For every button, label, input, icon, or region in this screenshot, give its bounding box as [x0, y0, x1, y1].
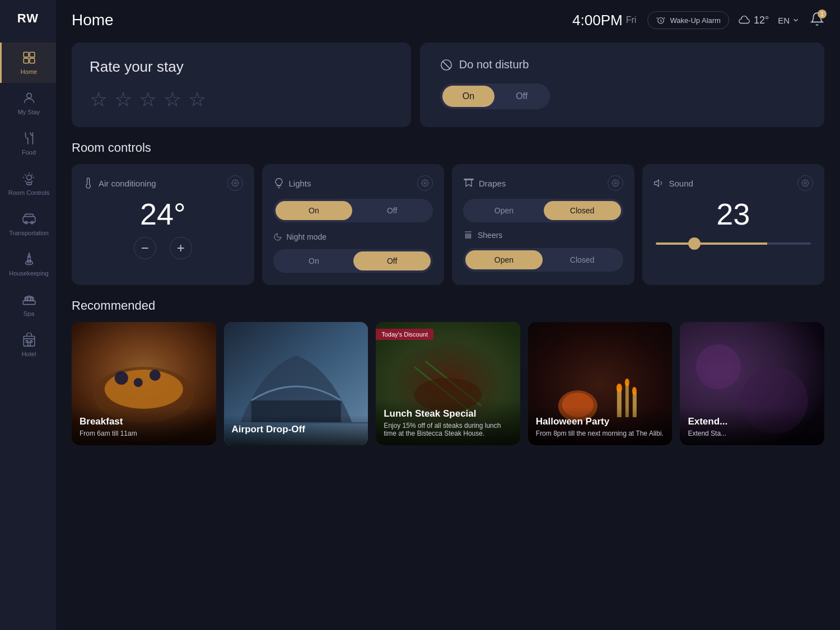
halloween-title: Halloween Party [536, 416, 665, 427]
extend-title: Extend... [688, 416, 816, 427]
airport-overlay: Airport Drop-Off [224, 415, 368, 445]
svg-rect-3 [30, 58, 35, 63]
lights-on-button[interactable]: On [276, 201, 353, 220]
sound-value: 23 [654, 199, 814, 229]
rec-card-airport[interactable]: Airport Drop-Off [224, 322, 368, 445]
svg-rect-23 [464, 179, 474, 180]
sidebar-item-hotel[interactable]: Hotel [0, 325, 56, 365]
svg-point-31 [150, 370, 161, 381]
lights-settings-button[interactable] [417, 175, 433, 191]
sidebar-item-spa-label: Spa [24, 310, 35, 317]
svg-rect-16 [26, 340, 27, 342]
star-1[interactable]: ☆ [90, 88, 108, 111]
lights-label: Lights [289, 179, 311, 188]
recommended-section-title: Recommended [72, 298, 824, 313]
sidebar-item-spa[interactable]: Spa [0, 284, 56, 325]
dnd-header: Do not disturb [440, 58, 804, 71]
sheers-label-row: Sheers [463, 230, 623, 240]
svg-rect-2 [24, 58, 29, 63]
sidebar-item-transportation[interactable]: Transportation [0, 204, 56, 244]
ac-settings-button[interactable] [227, 175, 243, 191]
svg-point-24 [614, 182, 617, 184]
weather-display: 12° [738, 14, 769, 26]
night-off-button[interactable]: Off [353, 251, 431, 270]
stars-row: ☆ ☆ ☆ ☆ ☆ [90, 88, 393, 111]
svg-rect-11 [23, 301, 35, 305]
lights-card: Lights On Off Night mode [262, 164, 445, 285]
sidebar-item-home[interactable]: Home [0, 43, 56, 83]
sidebar-item-housekeeping[interactable]: Housekeeping [0, 244, 56, 284]
dnd-off-button[interactable]: Off [496, 86, 548, 107]
room-controls-section-title: Room controls [72, 141, 824, 155]
sound-slider-container [654, 237, 814, 247]
star-2[interactable]: ☆ [114, 88, 132, 111]
svg-point-26 [804, 182, 806, 184]
rec-card-steak[interactable]: Today's Discount Lunch Steak Special Enj… [376, 322, 520, 445]
svg-rect-9 [27, 257, 30, 263]
star-3[interactable]: ☆ [139, 88, 157, 111]
my-stay-icon [22, 91, 36, 105]
extend-sub: Extend Sta... [688, 430, 816, 437]
svg-point-30 [115, 371, 128, 385]
lights-toggle-group: On Off [273, 199, 433, 222]
svg-point-21 [234, 182, 236, 184]
ac-card: Air conditioning 24° − + [72, 164, 254, 285]
drapes-settings-button[interactable] [608, 175, 623, 191]
sheers-open-button[interactable]: Open [465, 250, 543, 269]
night-on-button[interactable]: On [276, 251, 353, 270]
sidebar-item-room-controls-label: Room Controls [8, 189, 49, 196]
lights-header: Lights [273, 175, 433, 191]
rec-card-halloween[interactable]: Halloween Party From 8pm till the next m… [528, 322, 673, 445]
sound-card: Sound 23 [642, 164, 825, 285]
drapes-open-button[interactable]: Open [465, 201, 543, 220]
steak-title: Lunch Steak Special [384, 408, 512, 419]
dnd-on-button[interactable]: On [442, 86, 494, 107]
recommended-grid: Breakfast From 6am till 11am [72, 322, 824, 445]
cloud-icon [738, 14, 750, 26]
drapes-header: Drapes [463, 175, 623, 191]
svg-point-5 [26, 175, 31, 180]
sidebar-item-food-label: Food [22, 149, 36, 156]
ac-plus-button[interactable]: + [170, 237, 192, 259]
do-not-disturb-card: Do not disturb On Off [420, 43, 824, 127]
drapes-closed-button[interactable]: Closed [544, 201, 621, 220]
bulb-icon [273, 178, 284, 189]
page-title: Home [72, 11, 572, 29]
ac-minus-button[interactable]: − [134, 237, 156, 259]
hotel-icon [22, 333, 36, 347]
svg-point-47 [696, 344, 741, 389]
sidebar-item-room-controls[interactable]: Room Controls [0, 164, 56, 204]
ac-label: Air conditioning [99, 179, 156, 188]
star-5[interactable]: ☆ [188, 88, 206, 111]
drapes-label: Drapes [479, 179, 506, 188]
alarm-icon [656, 15, 666, 25]
rec-card-extend[interactable]: Extend... Extend Sta... [680, 322, 824, 445]
sound-slider[interactable] [656, 242, 811, 245]
sidebar: RW Home My Stay Food [0, 0, 56, 630]
svg-marker-25 [654, 180, 659, 186]
language-selector[interactable]: EN [778, 16, 800, 25]
drapes-toggle-group: Open Closed [463, 199, 623, 222]
temperature: 12° [754, 15, 769, 26]
main-content: Home 4:00PM Fri Wake-Up Alarm 12° EN [56, 0, 840, 630]
sidebar-item-food[interactable]: Food [0, 123, 56, 164]
sheers-closed-button[interactable]: Closed [544, 250, 621, 269]
sound-header: Sound [654, 175, 814, 191]
sidebar-item-my-stay[interactable]: My Stay [0, 83, 56, 123]
current-day: Fri [626, 15, 637, 25]
lights-off-button[interactable]: Off [353, 201, 431, 220]
steak-overlay: Lunch Steak Special Enjoy 15% off of all… [376, 399, 520, 445]
top-cards-row: Rate your stay ☆ ☆ ☆ ☆ ☆ Do not disturb … [72, 43, 824, 127]
alarm-button[interactable]: Wake-Up Alarm [647, 11, 729, 29]
sound-settings-button[interactable] [797, 175, 813, 191]
rec-card-breakfast[interactable]: Breakfast From 6am till 11am [72, 322, 216, 445]
sheers-icon [463, 230, 473, 240]
dnd-title: Do not disturb [459, 58, 529, 71]
svg-rect-1 [30, 52, 35, 57]
discount-badge: Today's Discount [376, 329, 433, 340]
star-4[interactable]: ☆ [164, 88, 181, 111]
sidebar-item-home-label: Home [21, 68, 37, 75]
svg-point-43 [617, 384, 622, 393]
rate-stay-card: Rate your stay ☆ ☆ ☆ ☆ ☆ [72, 43, 411, 127]
notification-bell[interactable]: 1 [810, 12, 824, 29]
